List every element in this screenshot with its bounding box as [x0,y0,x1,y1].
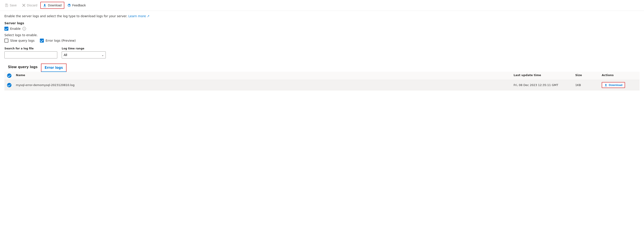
enable-info-icon[interactable]: i [22,27,26,31]
header-size: Size [575,73,602,78]
header-name: Name [16,73,514,78]
tabs-section: Slow query logs Error logs [4,63,640,72]
error-logs-label: Error logs (Preview) [46,39,76,42]
row-actions-cell: Download [602,82,637,88]
enable-label: Enable [10,27,21,31]
log-type-row: Slow query logs Error logs (Preview) [4,39,640,43]
error-logs-item: Error logs (Preview) [40,39,76,43]
time-range-select[interactable]: All Last 1 hour Last 6 hours Last 12 hou… [62,51,106,59]
table-row: mysql-error-demomysql-2023120810.log Fri… [4,80,640,90]
download-icon [43,4,46,7]
row-download-icon [604,84,608,87]
log-table: Name Last update time Size Actions mysql… [4,72,640,90]
main-content: Enable the server logs and select the lo… [0,11,644,94]
header-last-update: Last update time [514,73,575,78]
row-select-checkbox[interactable] [7,83,12,87]
time-range-label: Log time range [62,47,106,50]
tab-error-logs[interactable]: Error logs [41,64,66,72]
svg-point-1 [69,6,70,7]
row-size: 1KB [575,83,602,87]
tab-slow-query[interactable]: Slow query logs [4,63,41,72]
header-select-all-checkbox[interactable] [7,73,12,78]
download-label: Download [48,4,62,7]
feedback-label: Feedback [72,4,86,7]
row-checkbox-cell [7,83,16,87]
header-checkbox-cell [7,73,16,78]
enable-row: Enable i [4,27,640,31]
server-logs-title: Server logs [4,21,640,25]
feedback-button[interactable]: Feedback [65,2,88,8]
row-name: mysql-error-demomysql-2023120810.log [16,83,514,87]
filters-row: Search for a log file Log time range All… [4,47,640,59]
row-last-update: Fri, 08 Dec 2023 12:35:11 GMT [514,83,575,87]
save-icon [5,4,8,7]
table-header: Name Last update time Size Actions [4,72,640,80]
select-logs-label: Select logs to enable. [4,33,640,37]
header-actions: Actions [602,73,637,78]
feedback-icon [68,4,71,7]
discard-icon [22,4,26,7]
learn-more-link[interactable]: Learn more ↗ [128,14,150,18]
save-button[interactable]: Save [3,2,19,8]
search-input[interactable] [4,51,57,59]
toolbar: Save Discard Download Feedback [0,0,644,11]
search-group: Search for a log file [4,47,57,59]
save-label: Save [10,4,17,7]
external-link-icon: ↗ [147,14,150,18]
slow-query-checkbox[interactable] [4,39,8,43]
description-text: Enable the server logs and select the lo… [4,14,640,18]
error-logs-checkbox[interactable] [40,39,44,43]
enable-checkbox[interactable] [4,27,8,31]
row-download-label: Download [609,83,622,87]
slow-query-label: Slow query logs [10,39,34,42]
slow-query-item: Slow query logs [4,39,34,43]
time-range-group: Log time range All Last 1 hour Last 6 ho… [62,47,106,59]
download-button[interactable]: Download [40,2,64,9]
row-download-button[interactable]: Download [602,82,625,88]
search-label: Search for a log file [4,47,57,50]
discard-button[interactable]: Discard [20,2,40,8]
time-range-select-wrapper: All Last 1 hour Last 6 hours Last 12 hou… [62,51,106,59]
discard-label: Discard [27,4,37,7]
